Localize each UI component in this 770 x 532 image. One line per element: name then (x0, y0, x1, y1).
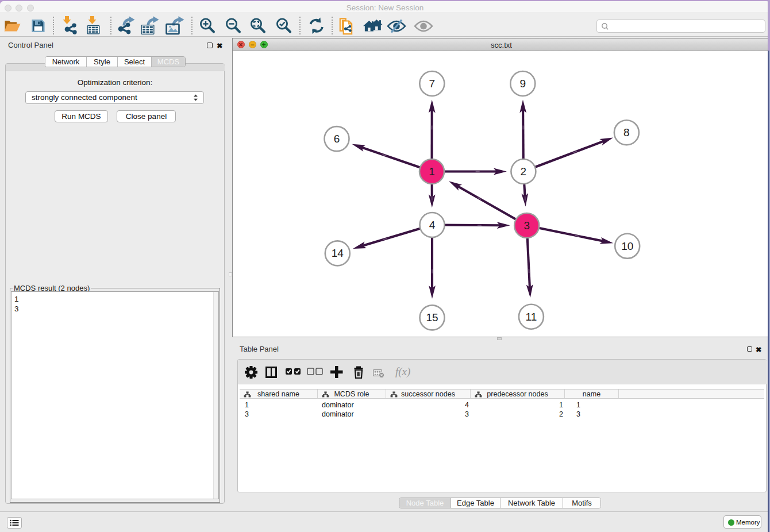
svg-text:9: 9 (520, 78, 526, 90)
svg-text:11: 11 (526, 311, 537, 323)
svg-text:10: 10 (621, 240, 633, 252)
svg-text:6: 6 (334, 133, 340, 145)
svg-text:2: 2 (521, 165, 527, 178)
svg-text:14: 14 (332, 247, 344, 259)
svg-text:15: 15 (426, 311, 438, 323)
svg-text:7: 7 (429, 78, 436, 90)
svg-text:8: 8 (623, 126, 630, 138)
svg-text:3: 3 (523, 219, 530, 232)
svg-text:1: 1 (429, 165, 435, 178)
svg-text:4: 4 (429, 219, 436, 231)
